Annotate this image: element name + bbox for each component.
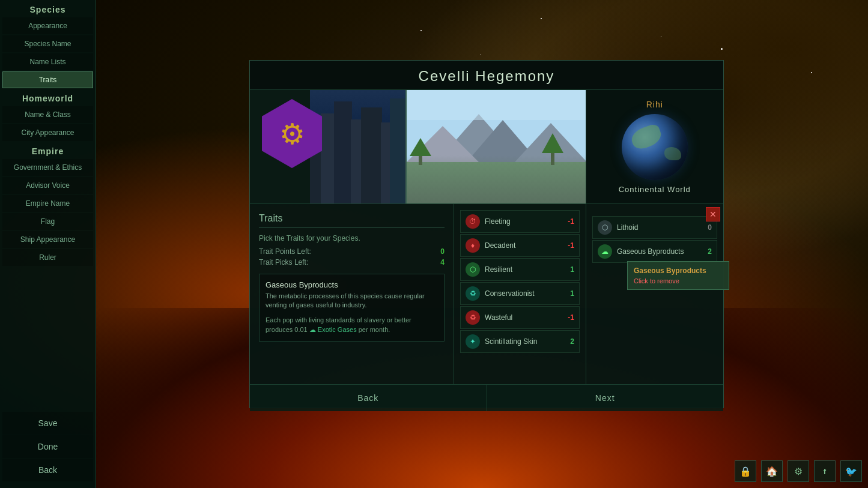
trait-icon-decadent: ♦ [466, 238, 480, 253]
trait-name-decadent: Decadent [485, 241, 562, 250]
trait-picks-row: Trait Picks Left: 4 [259, 258, 445, 267]
svg-rect-2 [334, 101, 352, 203]
sidebar-item-appearance[interactable]: Appearance [2, 17, 93, 34]
selected-trait-gaseous[interactable]: ☁ Gaseous Byproducts 2 [592, 240, 717, 263]
close-button[interactable]: ✕ [706, 207, 720, 221]
selected-trait-name-gaseous: Gaseous Byproducts [617, 247, 700, 256]
trait-cost-scintillating: 2 [562, 337, 574, 346]
trait-item-conservationist[interactable]: ♻ Conservationist 1 [460, 282, 580, 305]
trait-cost-conservationist: 1 [562, 289, 574, 298]
selected-trait-lithoid[interactable]: ⬡ Lithoid 0 [592, 216, 717, 239]
settings-icon[interactable]: ⚙ [788, 460, 809, 482]
sidebar-section-species: Species [0, 0, 96, 17]
star [811, 72, 812, 73]
trait-icon-resilient: ⬡ [466, 262, 480, 277]
trait-cost-resilient: 1 [562, 265, 574, 274]
twitter-icon[interactable]: 🐦 [840, 460, 862, 482]
trait-cost-fleeting: -1 [562, 217, 574, 226]
trait-item-resilient[interactable]: ⬡ Resilient 1 [460, 258, 580, 281]
sidebar-item-ruler[interactable]: Ruler [2, 249, 93, 266]
sidebar-item-government[interactable]: Government & Ethics [2, 159, 93, 176]
sidebar-section-empire: Empire [0, 142, 96, 158]
dialog-title: Cevelli Hegemony [250, 61, 723, 90]
trait-item-decadent[interactable]: ♦ Decadent -1 [460, 234, 580, 257]
trait-points-row: Trait Points Left: 0 [259, 247, 445, 256]
star [420, 30, 422, 31]
trait-icon-fleeting: ⏱ [466, 214, 480, 229]
star [541, 18, 542, 19]
svg-rect-6 [390, 98, 407, 203]
next-button[interactable]: Next [487, 385, 724, 411]
sidebar: Species Appearance Species Name Name Lis… [0, 0, 96, 488]
svg-rect-1 [321, 113, 336, 203]
trait-cost-decadent: -1 [562, 241, 574, 250]
trait-name-conservationist: Conservationist [485, 289, 562, 298]
selected-trait-icon-lithoid: ⬡ [598, 220, 612, 235]
svg-rect-4 [361, 107, 382, 203]
facebook-icon[interactable]: f [814, 460, 836, 482]
sidebar-section-homeworld: Homeworld [0, 89, 96, 106]
trait-picks-value: 4 [440, 258, 445, 267]
trait-picks-label: Trait Picks Left: [259, 258, 308, 267]
traits-section-title: Traits [259, 213, 445, 228]
trait-item-scintillating[interactable]: ✦ Scintillating Skin 2 [460, 330, 580, 353]
svg-rect-19 [407, 90, 586, 120]
sidebar-item-traits[interactable]: Traits [2, 71, 93, 88]
sidebar-item-name-lists[interactable]: Name Lists [2, 53, 93, 70]
main-dialog: Cevelli Hegemony [249, 60, 724, 408]
selected-trait-icon-gaseous: ☁ [598, 244, 612, 259]
trait-tooltip: Gaseous Byproducts Click to remove [627, 261, 729, 290]
traits-list-panel: ⏱ Fleeting -1 ♦ Decadent -1 ⬡ Resilient … [454, 204, 586, 384]
selected-trait-name: Gaseous Byproducts [266, 280, 438, 289]
nature-image [405, 90, 586, 203]
home-icon[interactable]: 🏠 [761, 460, 783, 482]
star [481, 54, 481, 55]
selected-trait-effect: Each pop with living standards of slaver… [266, 315, 438, 335]
traits-info-panel: Traits Pick the Traits for your Species.… [250, 204, 454, 384]
sidebar-item-city-appearance[interactable]: City Appearance [2, 124, 93, 141]
star [721, 48, 723, 50]
banner-right: Rihi Continental World [586, 90, 723, 203]
dialog-footer: Back Next [250, 384, 723, 411]
sidebar-item-ship-appearance[interactable]: Ship Appearance [2, 231, 93, 248]
trait-item-fleeting[interactable]: ⏱ Fleeting -1 [460, 210, 580, 233]
tooltip-action: Click to remove [634, 277, 723, 285]
svg-rect-14 [407, 162, 586, 203]
back-button[interactable]: Back [250, 385, 487, 411]
sidebar-item-flag[interactable]: Flag [2, 213, 93, 230]
sidebar-item-name-class[interactable]: Name & Class [2, 106, 93, 123]
dialog-banner: Rihi Continental World [250, 90, 723, 204]
trait-points-value: 0 [440, 247, 445, 256]
sidebar-item-empire-name[interactable]: Empire Name [2, 195, 93, 212]
trait-name-wasteful: Wasteful [485, 313, 562, 322]
trait-item-wasteful[interactable]: ♻ Wasteful -1 [460, 306, 580, 329]
nature-scene [407, 90, 586, 203]
trait-name-fleeting: Fleeting [485, 217, 562, 226]
planet-type: Continental World [619, 185, 691, 194]
planet-name: Rihi [646, 100, 663, 109]
sidebar-item-species-name[interactable]: Species Name [2, 35, 93, 52]
lock-icon[interactable]: 🔒 [735, 460, 756, 482]
trait-icon-wasteful: ♻ [466, 310, 480, 325]
selected-trait-desc: The metabolic processes of this species … [266, 292, 438, 310]
planet-sphere [622, 114, 688, 180]
trait-icon-scintillating: ✦ [466, 334, 480, 349]
trait-name-resilient: Resilient [485, 265, 562, 274]
save-button[interactable]: Save [2, 412, 93, 435]
trait-info-box: Gaseous Byproducts The metabolic process… [259, 274, 445, 342]
done-button[interactable]: Done [2, 435, 93, 458]
selected-trait-cost-gaseous: 2 [700, 247, 712, 256]
sidebar-bottom: Save Done Back [0, 411, 96, 488]
trait-name-scintillating: Scintillating Skin [485, 337, 562, 346]
back-sidebar-button[interactable]: Back [2, 459, 93, 481]
traits-panel: Traits Pick the Traits for your Species.… [250, 204, 723, 384]
sidebar-item-advisor-voice[interactable]: Advisor Voice [2, 177, 93, 194]
star [661, 36, 661, 37]
traits-subtitle: Pick the Traits for your Species. [259, 234, 445, 242]
trait-cost-wasteful: -1 [562, 313, 574, 322]
selected-traits-panel: ✕ ⬡ Lithoid 0 ☁ Gaseous Byproducts 2 Gas… [586, 204, 723, 384]
trait-points-label: Trait Points Left: [259, 247, 311, 256]
traits-stats: Trait Points Left: 0 Trait Picks Left: 4 [259, 247, 445, 267]
bottom-icons: 🔒 🏠 ⚙ f 🐦 [735, 460, 862, 482]
trait-icon-conservationist: ♻ [466, 286, 480, 301]
